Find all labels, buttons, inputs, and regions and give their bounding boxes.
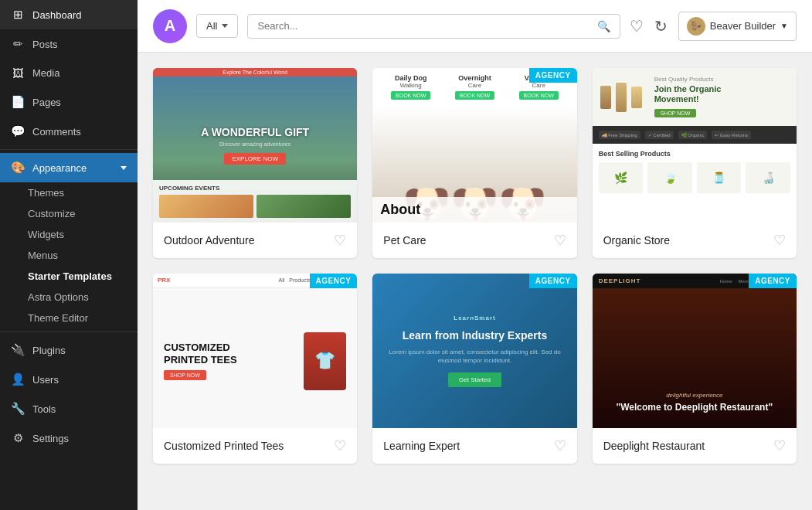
plugins-icon: 🔌 (11, 343, 25, 357)
sidebar-item-appearance[interactable]: 🎨 Appearance (0, 153, 138, 182)
comments-icon: 💬 (11, 124, 25, 138)
tshirt-image: 👕 (304, 332, 346, 390)
template-thumbnail-learning: AGENCY LearnSmart Learn from Industry Ex… (372, 274, 576, 428)
favorite-button-restaurant[interactable]: ♡ (773, 437, 786, 454)
sidebar-item-label: Plugins (32, 345, 66, 356)
outdoor-events-row (159, 195, 351, 218)
event-card-2 (257, 195, 351, 218)
settings-icon: ⚙ (11, 431, 25, 445)
filter-label: All (206, 20, 217, 32)
organic-text: Best Quality Products Join the OrganicMo… (654, 76, 722, 118)
topbar: A All 🔍 ♡ ↻ 🦫 Beaver Builder ▼ (138, 0, 812, 53)
template-name-organic: Organic Store (603, 234, 670, 246)
favorite-button-outdoor[interactable]: ♡ (334, 232, 346, 249)
sidebar-item-pages[interactable]: 📄 Pages (0, 87, 138, 117)
template-footer-outdoor: Outdoor Adventure ♡ (153, 223, 357, 258)
divider-1 (0, 149, 138, 150)
template-footer-tshirt: Customized Printed Tees ♡ (153, 428, 357, 464)
sidebar-item-tools[interactable]: 🔧 Tools (0, 394, 138, 423)
restaurant-hero: delightful experience "Welcome to Deepli… (593, 288, 797, 428)
sidebar-item-plugins[interactable]: 🔌 Plugins (0, 335, 138, 365)
outdoor-events-section: UPCOMING EVENTS (153, 180, 357, 223)
filter-dropdown[interactable]: All (196, 14, 238, 38)
organic-products-section: Best Selling Products 🌿 🍃 🫙 🍶 (593, 144, 797, 199)
search-icon: 🔍 (597, 20, 610, 32)
refresh-icon[interactable]: ↻ (654, 17, 668, 36)
organic-bottle-3 (631, 87, 642, 108)
template-thumbnail-outdoor: Explore The Colorful World A WONDERFUL G… (153, 68, 357, 223)
user-menu-button[interactable]: 🦫 Beaver Builder ▼ (678, 12, 797, 41)
outdoor-cta-button: EXPLORE NOW (224, 153, 286, 165)
nav-home: Home (720, 279, 732, 284)
agency-badge-restaurant: AGENCY (749, 274, 797, 288)
outdoor-hero-sub: Discover amazing adventures (219, 141, 290, 147)
outdoor-hero-title: A WONDERFUL GIFT (201, 126, 309, 138)
template-card-outdoor[interactable]: Explore The Colorful World A WONDERFUL G… (153, 68, 357, 258)
sidebar-sub-customize[interactable]: Customize (0, 203, 138, 224)
sidebar-sub-widgets[interactable]: Widgets (0, 224, 138, 245)
sidebar-item-posts[interactable]: ✏ Posts (0, 29, 138, 59)
favorite-button-petcare[interactable]: ♡ (554, 232, 566, 249)
astra-logo: A (153, 9, 187, 43)
chevron-down-icon (222, 24, 228, 28)
search-input[interactable] (257, 20, 590, 32)
user-label: Beaver Builder (710, 20, 776, 32)
sidebar-item-label: Posts (32, 39, 58, 50)
template-thumbnail-tshirt: AGENCY PRX All Products About Contact (153, 274, 357, 428)
nav-item: All (279, 277, 285, 283)
sidebar-sub-theme-editor[interactable]: Theme Editor (0, 308, 138, 328)
sidebar-item-dashboard[interactable]: ⊞ Dashboard (0, 0, 138, 29)
favorite-button-organic[interactable]: ♡ (773, 232, 786, 249)
template-card-learning[interactable]: AGENCY LearnSmart Learn from Industry Ex… (372, 274, 576, 464)
pages-icon: 📄 (11, 95, 25, 109)
sidebar-item-label: Pages (32, 97, 61, 108)
divider-2 (0, 332, 138, 332)
template-card-restaurant[interactable]: AGENCY DEEPLIGHT Home Menu About Contact (593, 274, 797, 464)
template-thumbnail-organic: Best Quality Products Join the OrganicMo… (593, 68, 797, 223)
restaurant-headline: "Welcome to Deeplight Restaurant" (617, 402, 773, 413)
upcoming-events-title: UPCOMING EVENTS (159, 185, 351, 192)
template-footer-petcare: Pet Care ♡ (372, 223, 576, 258)
dashboard-icon: ⊞ (11, 8, 25, 22)
sidebar-item-label: Appearance (32, 162, 87, 174)
outdoor-banner-text: Explore The Colorful World (153, 68, 357, 76)
best-selling-title: Best Selling Products (599, 150, 790, 158)
template-name-learning: Learning Expert (383, 440, 460, 452)
product-4: 🍶 (746, 162, 790, 193)
nav-item: Products (289, 277, 311, 283)
tshirt-hero-text: CUSTOMIZEDPRINTED TEES SHOP NOW (164, 342, 237, 380)
agency-badge-learning: AGENCY (529, 274, 577, 288)
organic-features-bar: 🚚 Free Shipping ✓ Certified 🌿 Organic ↩ … (593, 126, 797, 144)
sidebar-item-label: Media (32, 67, 59, 79)
sidebar-sub-menus[interactable]: Menus (0, 245, 138, 266)
template-card-organic[interactable]: Best Quality Products Join the OrganicMo… (593, 68, 797, 258)
favorite-button-learning[interactable]: ♡ (554, 437, 566, 454)
agency-badge-tshirt: AGENCY (310, 274, 358, 288)
users-icon: 👤 (11, 372, 25, 386)
learning-headline: Learn from Industry Experts (403, 329, 548, 342)
sidebar-item-users[interactable]: 👤 Users (0, 365, 138, 394)
chevron-down-icon: ▼ (780, 22, 788, 30)
sidebar-sub-themes[interactable]: Themes (0, 182, 138, 203)
products-row: 🌿 🍃 🫙 🍶 (599, 162, 790, 193)
sidebar-sub-starter-templates[interactable]: Starter Templates ← (0, 266, 138, 287)
avatar: 🦫 (687, 17, 705, 36)
templates-grid: Explore The Colorful World A WONDERFUL G… (153, 68, 797, 464)
organic-features: 🚚 Free Shipping ✓ Certified 🌿 Organic ↩ … (599, 131, 790, 139)
petcare-dogs-image: 🐶🐶🐶 About (372, 106, 576, 223)
template-thumbnail-petcare: AGENCY Daily DogWalkingBOOK NOW Overnigh… (372, 68, 576, 223)
sidebar-item-comments[interactable]: 💬 Comments (0, 117, 138, 146)
service-2: OvernightCareBOOK NOW (455, 74, 494, 100)
sidebar-item-settings[interactable]: ⚙ Settings (0, 423, 138, 453)
favorite-button-tshirt[interactable]: ♡ (334, 437, 346, 454)
media-icon: 🖼 (11, 66, 25, 80)
template-footer-organic: Organic Store ♡ (593, 223, 797, 258)
product-1: 🌿 (599, 162, 644, 193)
feature-4: ↩ Easy Returns (712, 131, 751, 139)
sidebar-sub-astra-options[interactable]: Astra Options (0, 287, 138, 308)
template-card-tshirt[interactable]: AGENCY PRX All Products About Contact (153, 274, 357, 464)
favorites-icon[interactable]: ♡ (630, 17, 644, 36)
template-card-petcare[interactable]: AGENCY Daily DogWalkingBOOK NOW Overnigh… (372, 68, 576, 258)
product-2: 🍃 (647, 162, 692, 193)
sidebar-item-media[interactable]: 🖼 Media (0, 59, 138, 87)
